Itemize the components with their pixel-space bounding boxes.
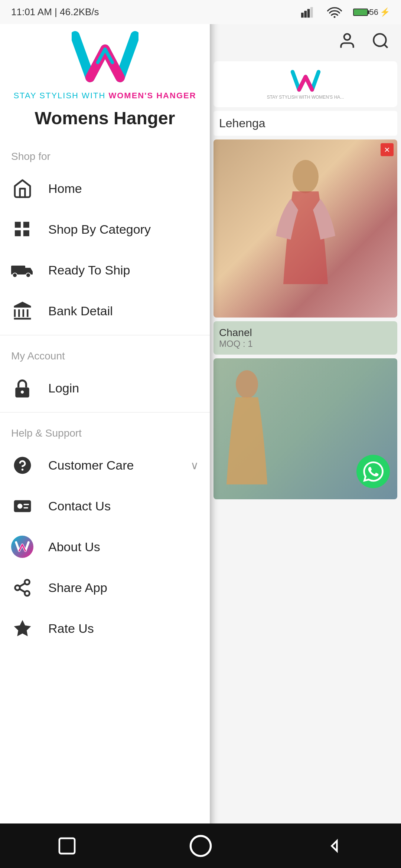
share-app-label: Share App: [48, 581, 199, 595]
bank-icon: [11, 300, 33, 322]
home-icon: [11, 177, 33, 200]
svg-point-22: [17, 503, 22, 509]
svg-line-26: [20, 589, 25, 592]
speed: 46.2KB/s: [60, 6, 99, 17]
battery-percent: 56: [369, 7, 378, 17]
customer-care-label: Customer Care: [48, 458, 176, 473]
help-icon: [11, 454, 33, 476]
separator: |: [55, 6, 60, 17]
tagline-stay: STAY STYLISH WITH: [13, 91, 108, 100]
svg-point-9: [333, 16, 335, 18]
star-icon: [11, 617, 33, 640]
bottom-nav: [0, 823, 401, 868]
menu-item-contact-us[interactable]: Contact Us: [0, 486, 210, 526]
right-status-bar: 56 ⚡: [210, 0, 401, 24]
app-title: Womens Hanger: [35, 108, 175, 128]
tagline: STAY STYLISH WITH WOMEN'S HANGER: [13, 91, 196, 101]
share-icon: [11, 576, 33, 599]
bank-detail-label: Bank Detail: [48, 304, 199, 318]
svg-rect-11: [23, 221, 29, 227]
menu-item-customer-care[interactable]: Customer Care ∨: [0, 445, 210, 486]
home-label: Home: [48, 181, 199, 196]
about-us-label: About Us: [48, 540, 199, 554]
app-logo: [72, 30, 138, 85]
contact-us-label: Contact Us: [48, 499, 199, 513]
time-speed: 11:01 AM | 46.2KB/s: [11, 6, 99, 18]
about-icon: [11, 536, 33, 558]
close-badge[interactable]: ✕: [381, 143, 394, 156]
fashion-image-2: [213, 358, 397, 499]
moq-label: MOQ : 1: [219, 339, 392, 349]
whatsapp-button[interactable]: [356, 455, 390, 488]
grid-icon: [11, 218, 33, 240]
lock-icon: [11, 377, 33, 399]
truck-icon: [11, 259, 33, 281]
contact-icon: [11, 495, 33, 517]
svg-line-2: [384, 45, 388, 48]
svg-rect-10: [14, 221, 20, 227]
menu-item-shop-by-category[interactable]: Shop By Category: [0, 209, 210, 250]
svg-marker-28: [14, 620, 31, 636]
svg-rect-12: [14, 230, 20, 236]
menu-item-bank-detail[interactable]: Bank Detail: [0, 290, 210, 331]
login-label: Login: [48, 381, 199, 395]
nav-square-button[interactable]: [52, 831, 82, 861]
fashion-image: ✕: [213, 139, 397, 318]
bottom-spacer: [0, 649, 210, 723]
menu-item-ready-to-ship[interactable]: Ready To Ship: [0, 250, 210, 290]
wifi-icon: [327, 6, 342, 19]
tagline-brand: WOMEN'S HANGER: [108, 91, 196, 100]
shop-by-category-label: Shop By Category: [48, 222, 199, 237]
svg-rect-6: [304, 11, 307, 17]
svg-point-4: [236, 370, 258, 398]
right-logo-icon: [289, 69, 322, 95]
nav-home-button[interactable]: [186, 831, 215, 861]
right-panel: STAY STYLISH WITH WOMEN'S HA... Lehenga …: [210, 0, 401, 868]
svg-point-1: [374, 34, 386, 46]
fashion-silhouette: [268, 154, 343, 303]
svg-point-18: [21, 390, 24, 393]
person-icon[interactable]: [338, 32, 356, 50]
status-bar: 11:01 AM | 46.2KB/s: [0, 0, 210, 24]
time: 11:01 AM: [11, 6, 52, 17]
svg-point-15: [13, 273, 17, 277]
nav-back-button[interactable]: [319, 831, 349, 861]
menu-item-about-us[interactable]: About Us: [0, 526, 210, 567]
fashion-silhouette-2: [213, 366, 280, 492]
svg-point-30: [190, 836, 211, 856]
shop-for-header: Shop for: [0, 139, 210, 168]
svg-rect-7: [307, 9, 310, 17]
chanel-area: Chanel MOQ : 1: [213, 321, 397, 355]
battery-display: 56 ⚡: [353, 7, 390, 17]
chanel-label: Chanel: [219, 327, 392, 339]
svg-point-16: [26, 273, 30, 277]
right-tagline: STAY STYLISH WITH WOMEN'S HA...: [267, 95, 344, 100]
chevron-down-icon: ∨: [190, 459, 199, 472]
lehenga-label: Lehenga: [213, 111, 397, 136]
svg-rect-5: [301, 13, 304, 17]
svg-rect-14: [11, 266, 25, 274]
square-icon: [57, 836, 77, 856]
menu-item-login[interactable]: Login: [0, 368, 210, 408]
menu-item-share-app[interactable]: Share App: [0, 567, 210, 608]
circle-icon: [189, 834, 213, 858]
svg-point-0: [344, 34, 351, 40]
svg-rect-29: [59, 838, 74, 853]
rate-us-label: Rate Us: [48, 621, 199, 636]
svg-rect-8: [310, 7, 313, 17]
svg-point-20: [21, 468, 23, 471]
divider-2: [0, 412, 210, 412]
divider-1: [0, 335, 210, 335]
menu-item-rate-us[interactable]: Rate Us: [0, 608, 210, 649]
back-icon: [324, 836, 345, 856]
search-icon[interactable]: [371, 32, 390, 50]
ready-to-ship-label: Ready To Ship: [48, 263, 199, 277]
menu-item-home[interactable]: Home: [0, 168, 210, 209]
drawer: 11:01 AM | 46.2KB/s STAY STYLISH WITH WO…: [0, 0, 210, 868]
my-account-header: My Account: [0, 339, 210, 368]
svg-line-27: [20, 583, 25, 586]
svg-point-3: [293, 160, 319, 193]
right-logo-area: STAY STYLISH WITH WOMEN'S HA...: [213, 61, 397, 107]
svg-rect-13: [23, 230, 29, 236]
svg-marker-31: [332, 841, 337, 851]
